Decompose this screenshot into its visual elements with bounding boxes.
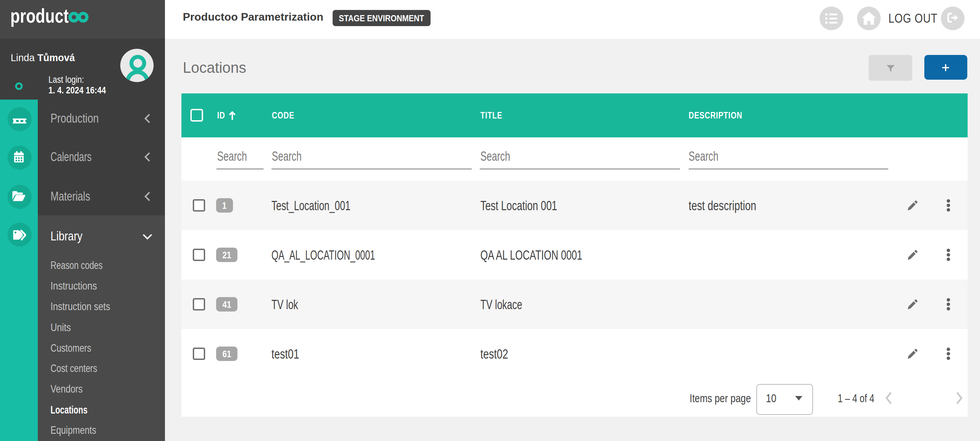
svg-text:product: product: [10, 5, 69, 27]
